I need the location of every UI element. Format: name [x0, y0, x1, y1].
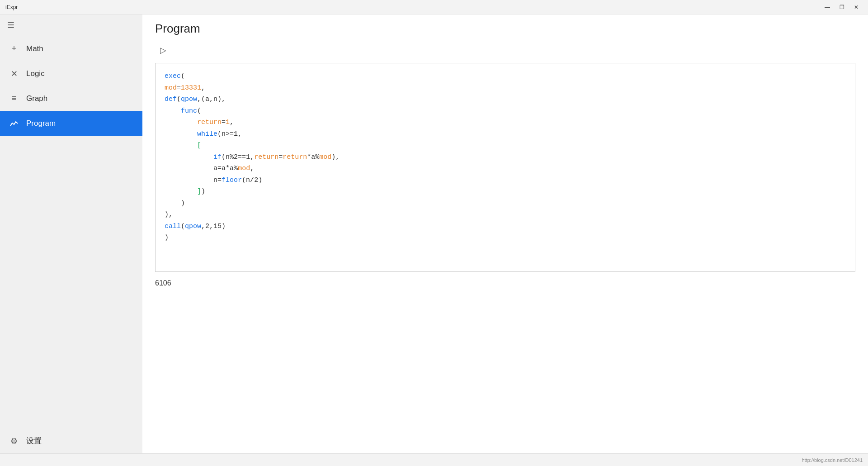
- code-line-12: ): [165, 198, 846, 209]
- sidebar-item-program[interactable]: Program: [0, 111, 142, 136]
- sidebar-item-graph-label: Graph: [26, 94, 47, 103]
- signal-icon: [9, 119, 19, 128]
- gear-icon: ⚙: [9, 436, 19, 446]
- content-header: Program: [142, 14, 868, 39]
- code-line-9: a=a*a%mod,: [165, 163, 846, 175]
- code-line-6: while(n>=1,: [165, 128, 846, 140]
- code-line-7: [: [165, 140, 846, 152]
- code-line-14: call(qpow,2,15): [165, 221, 846, 233]
- plus-icon: +: [9, 44, 19, 53]
- code-line-8: if(n%2==1,return=return*a%mod),: [165, 152, 846, 163]
- sidebar-nav: + Math ✕ Logic ≡ Graph Program: [0, 36, 142, 428]
- maximize-button[interactable]: ❐: [835, 3, 848, 12]
- settings-label: 设置: [26, 436, 42, 446]
- status-bar: http://blog.csdn.net/D01241: [0, 453, 868, 466]
- sidebar-item-program-label: Program: [26, 119, 56, 128]
- code-line-5: return=1,: [165, 117, 846, 128]
- content-area: Program ▷ exec( mod=13331, def(qpow,(a,n…: [142, 14, 868, 453]
- title-bar-left: iExpr: [5, 4, 18, 10]
- code-editor[interactable]: exec( mod=13331, def(qpow,(a,n), func( r…: [156, 63, 855, 271]
- output-value: 6106: [155, 279, 171, 287]
- close-button[interactable]: ✕: [850, 3, 863, 12]
- sidebar-item-math-label: Math: [26, 44, 43, 53]
- sidebar-item-math[interactable]: + Math: [0, 36, 142, 61]
- page-title: Program: [155, 22, 855, 36]
- code-line-15: ): [165, 232, 846, 244]
- main-layout: ☰ + Math ✕ Logic ≡ Graph Pro: [0, 14, 868, 453]
- x-icon: ✕: [9, 69, 19, 79]
- status-url: http://blog.csdn.net/D01241: [802, 457, 863, 463]
- title-bar-controls: — ❐ ✕: [821, 3, 863, 12]
- output-area: 6106: [142, 272, 868, 295]
- sidebar-item-graph[interactable]: ≡ Graph: [0, 86, 142, 111]
- code-line-1: exec(: [165, 71, 846, 82]
- sidebar-item-logic-label: Logic: [26, 69, 45, 78]
- app-title: iExpr: [5, 4, 18, 10]
- settings-item[interactable]: ⚙ 设置: [0, 428, 142, 453]
- lines-icon: ≡: [9, 94, 19, 103]
- code-line-4: func(: [165, 105, 846, 117]
- code-line-13: ),: [165, 209, 846, 221]
- minimize-button[interactable]: —: [821, 3, 834, 12]
- sidebar: ☰ + Math ✕ Logic ≡ Graph Pro: [0, 14, 142, 453]
- code-line-2: mod=13331,: [165, 82, 846, 94]
- sidebar-item-logic[interactable]: ✕ Logic: [0, 61, 142, 86]
- run-button[interactable]: ▷: [155, 42, 171, 58]
- code-line-10: n=floor(n/2): [165, 175, 846, 186]
- hamburger-icon[interactable]: ☰: [7, 20, 14, 30]
- toolbar: ▷: [142, 39, 868, 63]
- code-editor-container[interactable]: exec( mod=13331, def(qpow,(a,n), func( r…: [155, 63, 855, 272]
- title-bar: iExpr — ❐ ✕: [0, 0, 868, 14]
- code-line-11: ]): [165, 186, 846, 198]
- code-line-3: def(qpow,(a,n),: [165, 94, 846, 105]
- sidebar-header: ☰: [0, 14, 142, 36]
